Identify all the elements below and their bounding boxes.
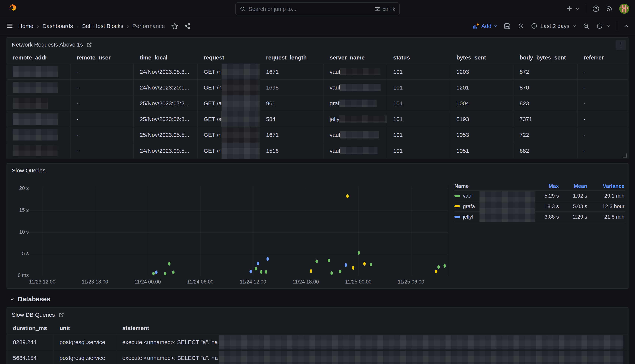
cell-time-local: 25/Nov/2023:07:2... [134, 95, 198, 111]
chevron-down-icon [575, 6, 580, 11]
cell-referrer: - [578, 95, 628, 111]
legend-header-mean[interactable]: Mean [560, 183, 588, 189]
scatter-point [250, 270, 252, 273]
server-name-prefix: jelly [330, 116, 340, 122]
external-link-icon[interactable] [87, 42, 92, 47]
column-header[interactable]: remote_addr [7, 52, 70, 64]
cell-bytes-sent: 1201 [450, 79, 514, 95]
scatter-point [265, 270, 268, 274]
panel-title[interactable]: Slow Queries [12, 167, 46, 174]
gridline [148, 186, 148, 276]
request-prefix: GET /n [204, 132, 222, 138]
scatter-point [330, 271, 333, 275]
zoom-out-icon[interactable] [583, 22, 590, 30]
cell-time-local: 24/Nov/2023:08:3... [134, 64, 198, 79]
legend-header-name[interactable]: Name [454, 183, 532, 189]
grafana-logo[interactable] [7, 3, 18, 14]
section-databases[interactable]: Databases [10, 292, 628, 306]
request-prefix: GET /n [204, 84, 222, 91]
cell-referrer: - [578, 127, 628, 142]
redacted-server-name [340, 100, 377, 107]
gridline [411, 186, 411, 276]
add-button[interactable]: Add [472, 22, 498, 30]
scatter-point [266, 257, 269, 260]
redacted-remote-addr [13, 98, 48, 109]
avatar[interactable] [619, 4, 629, 14]
x-tick-label: 11/24 00:00 [130, 279, 166, 285]
search-input[interactable]: Search or jump to... ctrl+k [235, 2, 400, 16]
star-icon[interactable] [171, 22, 178, 30]
column-header[interactable]: referrer [578, 52, 628, 64]
cell-remote-user: - [70, 64, 134, 79]
redacted-remote-addr [13, 113, 58, 124]
column-header[interactable]: duration_ms [7, 322, 54, 334]
chevron-up-icon[interactable] [624, 23, 629, 28]
scatter-point [152, 272, 154, 275]
cell-time-local: 24/Nov/2023:09:5... [134, 142, 198, 158]
gear-icon[interactable] [517, 22, 525, 30]
help-icon[interactable] [592, 5, 600, 12]
server-name-prefix: graf [330, 100, 340, 106]
cell-status: 101 [387, 127, 450, 142]
redacted-request [222, 79, 260, 96]
column-header[interactable]: request [198, 52, 260, 64]
db-table-header: duration_msunitstatement [7, 322, 628, 334]
panel-title[interactable]: Network Requests Above 1s [12, 41, 83, 48]
column-header[interactable]: statement [116, 322, 628, 334]
breadcrumb-item[interactable]: Self Host Blocks [82, 23, 123, 29]
cell-remote-addr [7, 127, 70, 142]
cell-statement: execute <unnamed>: SELECT "a"."na [116, 350, 628, 364]
cell-referrer: - [578, 79, 628, 95]
redacted-request [222, 64, 260, 80]
cell-request: GET /n [198, 64, 260, 79]
table-row: 5684.154postgresql.serviceexecute <unnam… [7, 350, 628, 364]
table-row: -25/Nov/2023:05:5...GET /n1671vaul101105… [7, 127, 628, 142]
redacted-server-name [340, 84, 380, 91]
cell-request-length: 1695 [260, 79, 324, 95]
redacted-server-name [340, 131, 379, 138]
column-header[interactable]: bytes_sent [450, 52, 514, 64]
request-prefix: GET /n [204, 68, 222, 75]
menu-icon[interactable] [6, 22, 13, 30]
legend-header-variance[interactable]: Variance [588, 183, 626, 189]
column-header[interactable]: time_local [134, 52, 198, 64]
external-link-icon[interactable] [58, 312, 64, 317]
legend-max: 5.29 s [532, 193, 560, 199]
time-range-picker[interactable]: Last 2 days [531, 23, 576, 29]
column-header[interactable]: status [387, 52, 450, 64]
series-name-prefix: grafa [463, 203, 475, 209]
panel-resize-handle[interactable] [623, 154, 627, 158]
cell-referrer: - [578, 111, 628, 127]
breadcrumb-item[interactable]: Dashboards [42, 23, 73, 29]
column-header[interactable]: request_length [260, 52, 324, 64]
cell-request: GET /n [198, 142, 260, 158]
scatter-point [352, 266, 354, 270]
breadcrumb-item[interactable]: Home [18, 23, 34, 29]
scatter-point [346, 194, 349, 198]
table-row: 8289.244postgresql.serviceexecute <unnam… [7, 334, 628, 350]
kebab-menu-icon[interactable]: ⋮ [616, 40, 626, 50]
cell-server-name: vaul [324, 79, 387, 95]
gridline [27, 210, 448, 211]
series-color-swatch [454, 195, 460, 197]
rss-icon[interactable] [606, 5, 613, 12]
column-header[interactable]: remote_user [70, 52, 134, 64]
redacted-remote-addr [13, 66, 58, 77]
scatter-point [260, 270, 262, 274]
save-icon[interactable] [504, 22, 511, 30]
chevron-down-icon[interactable] [606, 24, 610, 28]
request-prefix: GET /n [204, 148, 222, 154]
column-header[interactable]: server_name [324, 52, 387, 64]
scatter-point [339, 270, 341, 274]
legend-header-max[interactable]: Max [532, 183, 560, 189]
column-header[interactable]: body_bytes_sent [514, 52, 578, 64]
scatter-point [345, 263, 347, 266]
panel-title[interactable]: Slow DB Queries [12, 312, 55, 318]
scatter-point [328, 259, 330, 262]
cell-request-length: 1516 [260, 142, 324, 158]
new-button[interactable] [566, 5, 580, 12]
refresh-icon[interactable] [596, 22, 603, 30]
share-icon[interactable] [184, 22, 191, 30]
redacted-remote-addr [13, 129, 58, 140]
column-header[interactable]: unit [54, 322, 116, 334]
